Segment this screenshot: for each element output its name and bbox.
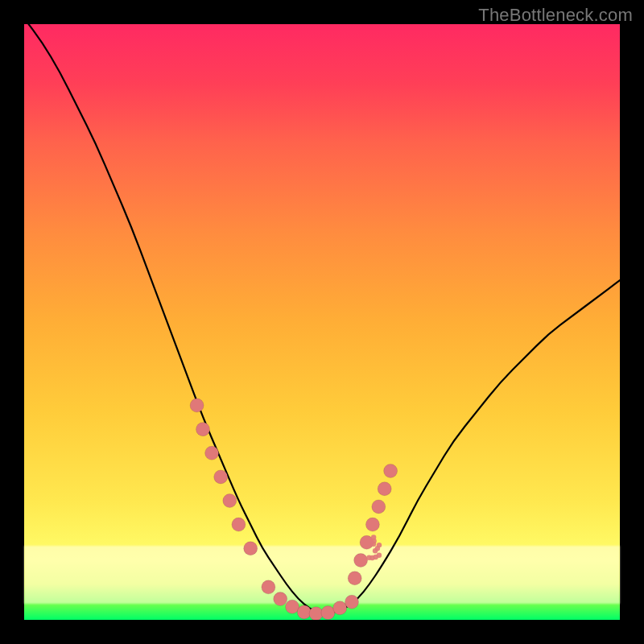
marker-dot bbox=[214, 470, 228, 484]
marker-dot bbox=[244, 542, 258, 555]
flake-dot bbox=[371, 535, 376, 539]
marker-dot bbox=[196, 423, 210, 436]
marker-dot bbox=[297, 605, 311, 619]
marker-dot bbox=[321, 606, 335, 620]
marker-dot bbox=[286, 600, 299, 613]
flake-dot bbox=[377, 543, 382, 547]
marker-dot bbox=[378, 482, 391, 496]
markers-group bbox=[190, 398, 398, 620]
marker-dot bbox=[345, 595, 359, 609]
marker-dot bbox=[348, 572, 361, 585]
marker-dot bbox=[354, 554, 368, 568]
marker-dot bbox=[333, 601, 347, 615]
flake-dot bbox=[377, 553, 382, 558]
watermark-text: TheBottleneck.com bbox=[478, 5, 633, 26]
chart-frame bbox=[24, 24, 620, 620]
marker-dot bbox=[190, 398, 204, 412]
marker-dot bbox=[274, 592, 287, 606]
marker-dot bbox=[232, 518, 246, 531]
bottleneck-curve bbox=[24, 24, 620, 613]
marker-dot bbox=[365, 518, 379, 531]
chart-plot bbox=[24, 24, 620, 620]
marker-dot bbox=[223, 494, 237, 508]
marker-dot bbox=[309, 607, 323, 620]
marker-dot bbox=[262, 580, 275, 594]
marker-dot bbox=[372, 500, 386, 514]
marker-dot bbox=[205, 446, 219, 460]
marker-dot bbox=[384, 464, 398, 478]
